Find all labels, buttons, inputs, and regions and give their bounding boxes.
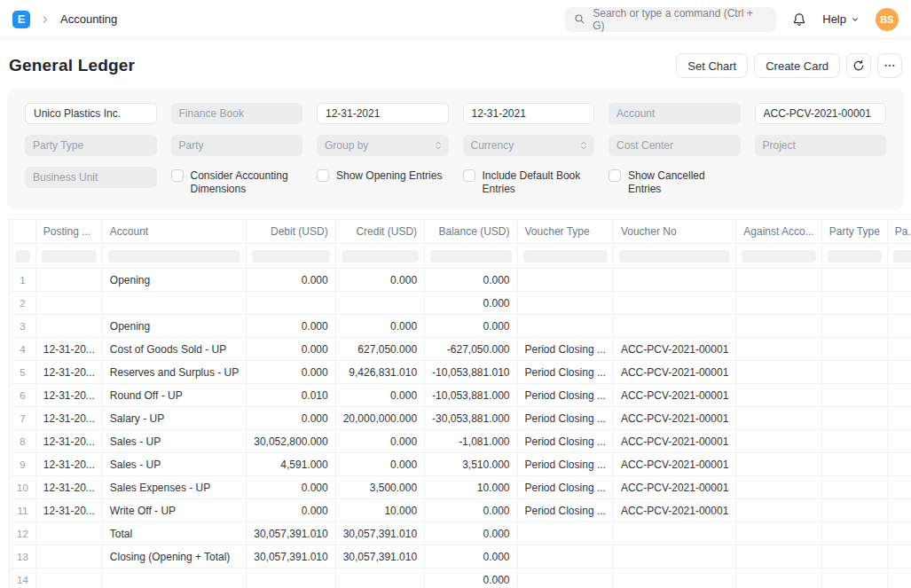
- checkbox-include-default-book-entries[interactable]: Include Default Book Entries: [463, 167, 595, 196]
- row-index[interactable]: 10: [10, 476, 36, 499]
- cell-posting-date[interactable]: 12-31-20...: [35, 384, 102, 407]
- cell-party[interactable]: [887, 522, 911, 545]
- set-chart-button[interactable]: Set Chart: [676, 53, 748, 78]
- cell-posting-date[interactable]: [35, 292, 102, 315]
- cell-account[interactable]: [102, 292, 246, 315]
- cell-account[interactable]: Sales - UP: [102, 430, 246, 453]
- currency-select[interactable]: Currency: [463, 135, 595, 156]
- consider-accounting-dimensions-checkbox[interactable]: [171, 169, 184, 182]
- cell-debit[interactable]: 0.000: [247, 499, 335, 522]
- column-header-row-index[interactable]: [10, 220, 36, 244]
- cell-voucher-no[interactable]: [613, 545, 735, 568]
- cell-debit[interactable]: 0.000: [247, 407, 335, 430]
- cell-voucher-no[interactable]: ACC-PCV-2021-00001: [613, 407, 735, 430]
- cell-voucher-type[interactable]: Period Closing ...: [517, 384, 613, 407]
- cell-debit[interactable]: [247, 568, 335, 588]
- cell-against-account[interactable]: [736, 315, 821, 338]
- cell-balance[interactable]: 0.000: [425, 499, 517, 522]
- cell-credit[interactable]: 3,500.000: [335, 476, 424, 499]
- cell-party-type[interactable]: [821, 315, 887, 338]
- cell-debit[interactable]: 30,052,800.000: [247, 430, 335, 453]
- cell-voucher-type[interactable]: [517, 545, 613, 568]
- cell-balance[interactable]: 0.000: [425, 568, 517, 588]
- column-header-voucher-no[interactable]: Voucher No: [613, 220, 735, 244]
- cell-party[interactable]: [887, 476, 911, 499]
- cell-credit[interactable]: [335, 292, 424, 315]
- cell-posting-date[interactable]: [35, 568, 102, 588]
- row-index[interactable]: 3: [10, 315, 36, 338]
- cell-against-account[interactable]: [736, 430, 821, 453]
- cell-party[interactable]: [887, 361, 911, 384]
- cell-credit[interactable]: 0.000: [335, 315, 424, 338]
- cell-debit[interactable]: 4,591.000: [247, 453, 335, 476]
- cell-posting-date[interactable]: 12-31-20...: [35, 453, 102, 476]
- global-search-input[interactable]: Search or type a command (Ctrl + G): [565, 7, 776, 32]
- cell-against-account[interactable]: [736, 568, 821, 588]
- cell-voucher-type[interactable]: Period Closing ...: [517, 499, 613, 522]
- cell-account[interactable]: Sales Expenses - UP: [102, 476, 246, 499]
- voucher-no-filter[interactable]: [755, 103, 887, 124]
- cell-party-type[interactable]: [821, 453, 887, 476]
- cell-account[interactable]: Opening: [102, 315, 246, 338]
- column-header-voucher-type[interactable]: Voucher Type: [517, 220, 613, 244]
- cell-against-account[interactable]: [736, 499, 821, 522]
- cell-voucher-no[interactable]: [613, 292, 735, 315]
- cost-center-filter[interactable]: [609, 135, 741, 156]
- cell-account[interactable]: Reserves and Surplus - UP: [102, 361, 246, 384]
- row-index[interactable]: 11: [10, 499, 36, 522]
- cell-credit[interactable]: 9,426,831.010: [335, 361, 424, 384]
- project-filter[interactable]: [755, 135, 887, 156]
- cell-voucher-type[interactable]: [517, 315, 613, 338]
- cell-voucher-no[interactable]: ACC-PCV-2021-00001: [613, 430, 735, 453]
- cell-party-type[interactable]: [821, 269, 887, 292]
- show-cancelled-entries-checkbox[interactable]: [609, 169, 621, 182]
- cell-balance[interactable]: -627,050.000: [425, 338, 517, 361]
- cell-party-type[interactable]: [821, 476, 887, 499]
- cell-balance[interactable]: -10,053,881.010: [425, 361, 517, 384]
- cell-against-account[interactable]: [736, 361, 821, 384]
- cell-posting-date[interactable]: [35, 545, 102, 568]
- row-index[interactable]: 6: [10, 384, 36, 407]
- cell-voucher-no[interactable]: [613, 315, 735, 338]
- cell-account[interactable]: Round Off - UP: [102, 384, 246, 407]
- cell-party-type[interactable]: [821, 430, 887, 453]
- cell-party[interactable]: [887, 453, 911, 476]
- row-index[interactable]: 7: [10, 407, 36, 430]
- cell-voucher-no[interactable]: ACC-PCV-2021-00001: [613, 384, 735, 407]
- cell-credit[interactable]: 0.000: [335, 384, 424, 407]
- column-filter-party-type[interactable]: [828, 250, 882, 263]
- cell-party-type[interactable]: [821, 568, 887, 588]
- column-header-account[interactable]: Account: [102, 220, 246, 244]
- cell-against-account[interactable]: [736, 522, 821, 545]
- cell-account[interactable]: Total: [102, 522, 246, 545]
- cell-party[interactable]: [887, 338, 911, 361]
- cell-debit[interactable]: 0.000: [247, 361, 335, 384]
- cell-voucher-type[interactable]: Period Closing ...: [517, 476, 613, 499]
- column-filter-balance[interactable]: [430, 250, 511, 263]
- cell-credit[interactable]: 0.000: [335, 269, 424, 292]
- cell-voucher-type[interactable]: [517, 522, 613, 545]
- company-filter[interactable]: [25, 103, 157, 124]
- cell-posting-date[interactable]: 12-31-20...: [35, 338, 102, 361]
- cell-balance[interactable]: 3,510.000: [425, 453, 517, 476]
- cell-voucher-type[interactable]: Period Closing ...: [517, 361, 613, 384]
- cell-voucher-type[interactable]: Period Closing ...: [517, 338, 613, 361]
- column-filter-voucher-type[interactable]: [523, 250, 608, 263]
- cell-voucher-no[interactable]: ACC-PCV-2021-00001: [613, 499, 735, 522]
- cell-posting-date[interactable]: 12-31-20...: [35, 499, 102, 522]
- column-filter-debit[interactable]: [252, 250, 329, 263]
- cell-against-account[interactable]: [736, 476, 821, 499]
- finance-book-filter[interactable]: [171, 103, 303, 124]
- column-header-party-type[interactable]: Party Type: [821, 220, 887, 244]
- cell-posting-date[interactable]: [35, 269, 102, 292]
- column-filter-row-index[interactable]: [15, 250, 30, 263]
- cell-against-account[interactable]: [736, 384, 821, 407]
- cell-credit[interactable]: 0.000: [335, 453, 424, 476]
- cell-account[interactable]: Salary - UP: [102, 407, 246, 430]
- cell-against-account[interactable]: [736, 292, 821, 315]
- cell-debit[interactable]: 30,057,391.010: [247, 522, 335, 545]
- column-header-balance[interactable]: Balance (USD): [425, 220, 517, 244]
- breadcrumb[interactable]: Accounting: [60, 12, 117, 26]
- cell-debit[interactable]: 0.000: [247, 476, 335, 499]
- cell-credit[interactable]: 10.000: [335, 499, 424, 522]
